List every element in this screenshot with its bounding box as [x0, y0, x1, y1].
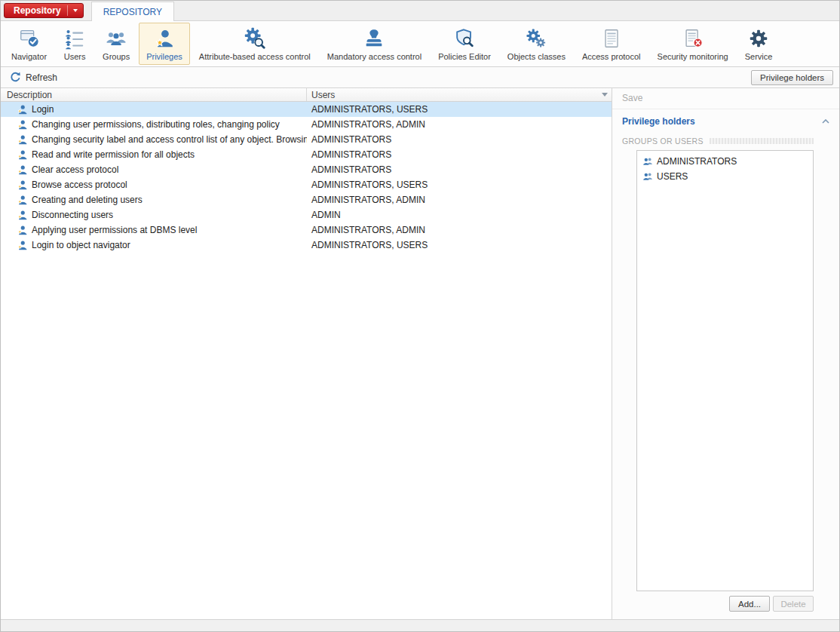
add-button[interactable]: Add...	[729, 596, 770, 612]
privilege-users: ADMINISTRATORS, ADMIN	[307, 225, 612, 235]
ribbon-item-mandatory-access-control[interactable]: Mandatory access control	[320, 23, 429, 65]
privilege-icon	[17, 104, 28, 115]
ribbon-item-label: Service	[745, 52, 773, 61]
ribbon-item-navigator[interactable]: Navigator	[4, 23, 54, 65]
repository-menu-caret[interactable]	[67, 5, 83, 16]
holder-name: ADMINISTRATORS	[657, 156, 737, 167]
privilege-users: ADMINISTRATORS, USERS	[307, 179, 612, 190]
refresh-icon	[10, 72, 21, 83]
privilege-icon	[17, 225, 28, 236]
group-icon	[642, 156, 653, 167]
ribbon-item-label: Attribute-based access control	[199, 52, 311, 61]
holder-list-item[interactable]: USERS	[637, 169, 813, 184]
refresh-label: Refresh	[26, 72, 57, 83]
group-separator-bar	[710, 138, 814, 144]
privilege-holders-panel: Save Privilege holders GROUPS OR USERS A…	[612, 88, 839, 619]
attribute-access-icon	[244, 27, 266, 50]
ribbon-item-access-protocol[interactable]: Access protocol	[575, 23, 648, 65]
ribbon-item-privileges[interactable]: Privileges	[139, 23, 190, 65]
table-row[interactable]: Creating and deleting users ADMINISTRATO…	[1, 192, 612, 207]
privilege-description: Login to object navigator	[32, 240, 130, 250]
table-row[interactable]: Browse access protocol ADMINISTRATORS, U…	[1, 177, 612, 192]
ribbon-item-groups[interactable]: Groups	[95, 23, 137, 65]
ribbon-item-label: Policies Editor	[438, 52, 491, 61]
ribbon-toolbar: Navigator Users	[1, 21, 839, 67]
privilege-description: Browse access protocol	[32, 179, 127, 190]
ribbon-item-service[interactable]: Service	[737, 23, 780, 65]
table-row[interactable]: Login to object navigator ADMINISTRATORS…	[1, 238, 612, 253]
privilege-description: Login	[32, 104, 54, 115]
holder-name: USERS	[657, 171, 688, 182]
table-row[interactable]: Changing security label and access contr…	[1, 132, 612, 147]
top-bar: Repository REPOSITORY	[1, 1, 839, 21]
secondary-toolbar: Refresh Privilege holders	[1, 67, 839, 88]
privilege-users: ADMINISTRATORS, USERS	[307, 104, 612, 115]
privilege-holders-section-header[interactable]: Privilege holders	[612, 109, 839, 132]
privilege-icon	[17, 240, 28, 251]
privilege-users: ADMINISTRATORS	[307, 149, 612, 160]
dropdown-caret-icon	[73, 9, 78, 12]
table-row[interactable]: Read and write permission for all object…	[1, 147, 612, 162]
ribbon-item-label: Users	[64, 52, 86, 61]
policies-icon	[453, 27, 476, 50]
ribbon-item-label: Groups	[103, 52, 130, 61]
table-row[interactable]: Applying user permissions at DBMS level …	[1, 222, 612, 238]
access-protocol-icon	[600, 27, 623, 50]
navigator-icon	[18, 27, 41, 50]
ribbon-item-label: Security monitoring	[658, 52, 728, 61]
privilege-icon	[17, 119, 28, 130]
holder-list-item[interactable]: ADMINISTRATORS	[637, 154, 813, 169]
ribbon-item-objects-classes[interactable]: Objects classes	[500, 23, 573, 65]
panel-buttons: Add... Delete	[612, 596, 839, 619]
privilege-icon	[17, 149, 28, 161]
table-row[interactable]: Login ADMINISTRATORS, USERS	[1, 102, 612, 117]
privilege-users: ADMINISTRATORS, USERS	[307, 240, 612, 250]
ribbon-item-users[interactable]: Users	[56, 23, 94, 65]
stamp-icon	[363, 27, 385, 50]
ribbon-item-security-monitoring[interactable]: Security monitoring	[650, 23, 736, 65]
objects-classes-icon	[525, 27, 547, 50]
groups-icon	[105, 27, 127, 50]
holders-listbox[interactable]: ADMINISTRATORS USERS	[636, 150, 814, 591]
delete-button[interactable]: Delete	[773, 596, 814, 612]
section-title: Privilege holders	[622, 116, 695, 127]
privilege-description: Changing user permissions, distributing …	[32, 119, 280, 130]
privileges-icon	[153, 27, 176, 50]
tab-repository[interactable]: REPOSITORY	[91, 2, 174, 21]
column-header-users[interactable]: Users	[307, 90, 598, 100]
privilege-icon	[17, 195, 28, 206]
tab-repository-label: REPOSITORY	[103, 7, 162, 17]
ribbon-item-label: Privileges	[146, 52, 182, 61]
privilege-description: Read and write permission for all object…	[32, 149, 195, 160]
repository-menu-button[interactable]: Repository	[4, 3, 84, 18]
column-menu-button[interactable]	[598, 88, 612, 101]
table-row[interactable]: Changing user permissions, distributing …	[1, 117, 612, 132]
column-header-description[interactable]: Description	[1, 88, 307, 101]
table-row[interactable]: Clear access protocol ADMINISTRATORS	[1, 162, 612, 177]
users-icon	[63, 27, 86, 50]
privilege-users: ADMIN	[307, 210, 612, 220]
privilege-description: Disconnecting users	[32, 210, 113, 220]
privilege-users: ADMINISTRATORS, ADMIN	[307, 195, 612, 205]
chevron-up-icon	[822, 119, 829, 124]
privilege-description: Applying user permissions at DBMS level	[32, 225, 197, 235]
save-button[interactable]: Save	[622, 93, 642, 103]
privilege-icon	[17, 134, 28, 146]
privilege-users: ADMINISTRATORS, ADMIN	[307, 119, 612, 130]
security-monitoring-icon	[682, 27, 704, 50]
ribbon-item-label: Access protocol	[582, 52, 641, 61]
ribbon-item-policies-editor[interactable]: Policies Editor	[431, 23, 498, 65]
privilege-users: ADMINISTRATORS	[307, 164, 612, 175]
privilege-icon	[17, 210, 28, 221]
privilege-description: Creating and deleting users	[32, 195, 143, 205]
ribbon-item-attribute-based-access-control[interactable]: Attribute-based access control	[192, 23, 318, 65]
table-row[interactable]: Disconnecting users ADMIN	[1, 207, 612, 222]
groups-or-users-label: GROUPS OR USERS	[622, 137, 704, 146]
privilege-users: ADMINISTRATORS	[307, 134, 612, 145]
privilege-description: Changing security label and access contr…	[32, 134, 307, 145]
table-body: Login ADMINISTRATORS, USERS Changing use…	[1, 102, 612, 619]
refresh-button[interactable]: Refresh	[5, 69, 62, 85]
ribbon-item-label: Objects classes	[507, 52, 566, 61]
privilege-icon	[17, 179, 28, 191]
privilege-holders-toggle-button[interactable]: Privilege holders	[751, 70, 833, 85]
